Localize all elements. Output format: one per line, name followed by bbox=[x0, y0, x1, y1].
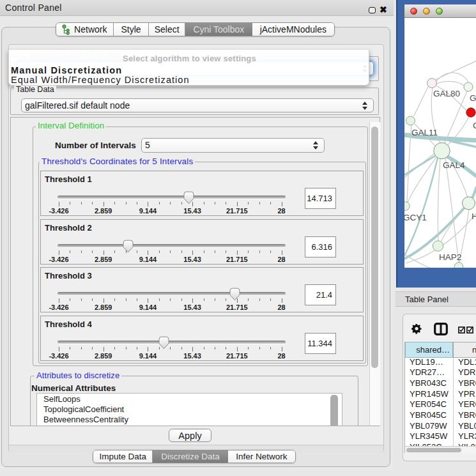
svg-text:C: C bbox=[473, 121, 476, 130]
svg-text:GCY1: GCY1 bbox=[404, 213, 427, 222]
svg-text:GA: GA bbox=[470, 93, 476, 103]
svg-text:GAL11: GAL11 bbox=[411, 128, 438, 137]
svg-text:HAP2: HAP2 bbox=[439, 252, 461, 262]
svg-text:GAL4: GAL4 bbox=[443, 160, 465, 170]
svg-text:H: H bbox=[472, 211, 476, 221]
svg-text:GAL80: GAL80 bbox=[433, 89, 460, 98]
